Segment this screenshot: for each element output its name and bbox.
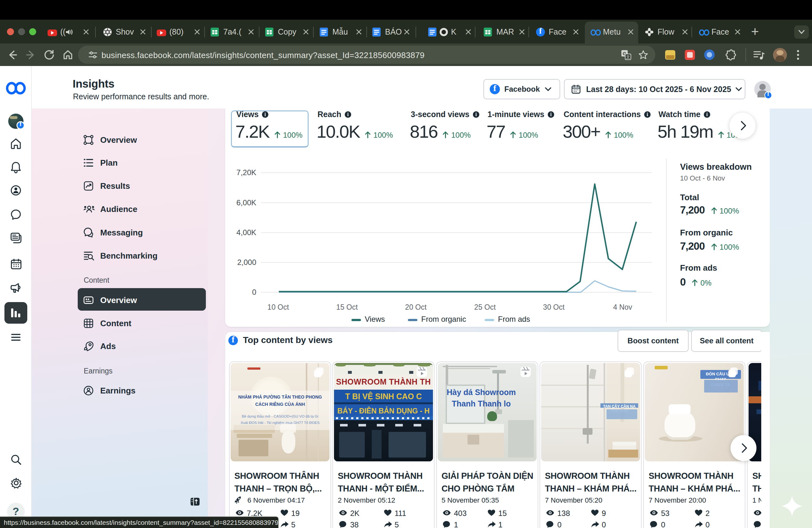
svg-text:文: 文 — [626, 55, 630, 59]
